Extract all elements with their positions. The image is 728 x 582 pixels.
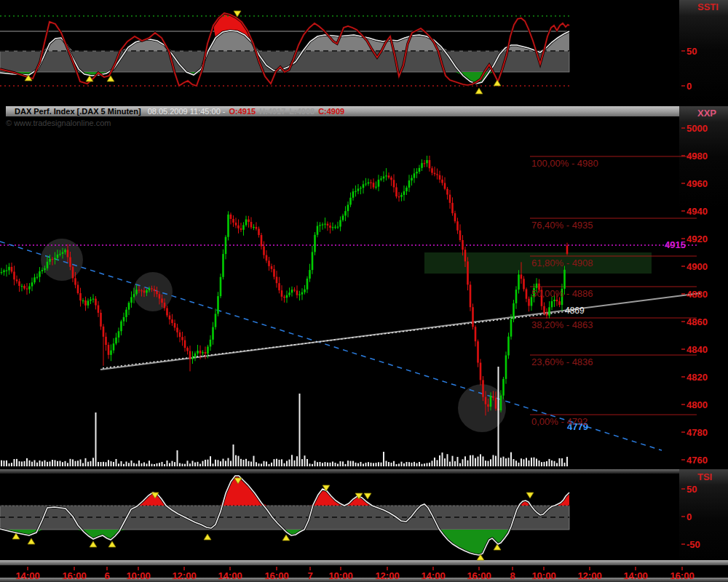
open-value: O:4915	[229, 107, 256, 116]
buy-signal-triangle	[282, 535, 290, 541]
watermark: © www.tradesignalonline.com	[6, 119, 111, 127]
chart-canvas[interactable]	[0, 0, 728, 582]
buy-signal-triangle	[475, 88, 483, 94]
buy-signal-triangle	[28, 538, 35, 544]
buy-signal-triangle	[108, 541, 116, 547]
chart-window: SSTI XXP TSI DAX Perf. Index [.DAX 5 Min…	[0, 0, 728, 582]
close-value: C:4909	[318, 107, 344, 116]
chart-title-bar[interactable]: DAX Perf. Index [.DAX 5 Minuten] 08.05.2…	[6, 106, 679, 116]
low-value: L:4908	[289, 107, 314, 116]
buy-signal-triangle	[90, 541, 97, 547]
bar-datetime: 08.05.2009 11:45:00 -	[148, 107, 226, 116]
buy-signal-triangle	[494, 80, 501, 86]
sell-signal-triangle	[364, 493, 371, 499]
instrument-title: DAX Perf. Index [.DAX 5 Minuten]	[15, 107, 141, 116]
buy-signal-triangle	[494, 544, 501, 550]
sell-signal-triangle	[526, 493, 534, 498]
high-value: H:4917	[259, 107, 285, 116]
buy-signal-triangle	[204, 534, 211, 540]
